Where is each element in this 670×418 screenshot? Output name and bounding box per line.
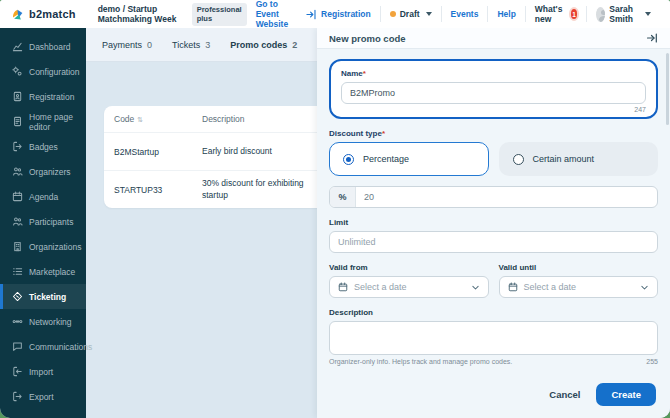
sidebar-item-configuration[interactable]: Configuration <box>0 59 86 84</box>
chat-icon <box>12 341 23 352</box>
gears-icon <box>12 66 23 77</box>
radio-unselected-icon <box>513 154 524 165</box>
dashboard-icon <box>12 41 23 52</box>
b2match-logo[interactable]: b2match <box>10 7 76 22</box>
sidebar-item-export[interactable]: Export <box>0 384 86 409</box>
status-dot <box>390 11 396 17</box>
calendar-icon <box>338 282 348 292</box>
valid-from-label: Valid from <box>329 263 489 272</box>
page-icon <box>12 116 23 127</box>
name-label: Name* <box>341 69 646 78</box>
tab-tickets[interactable]: Tickets3 <box>172 40 210 50</box>
panel-body: Name* 247 Discount type* Percentage Cert… <box>317 49 670 383</box>
b2match-logo-icon <box>10 7 25 22</box>
promo-code: STARTUP33 <box>114 185 202 195</box>
limit-input[interactable]: Unlimited <box>329 231 658 253</box>
limit-field-group: Limit Unlimited <box>329 218 658 253</box>
percentage-input[interactable] <box>356 192 657 202</box>
sidebar-item-registration[interactable]: Registration <box>0 84 86 109</box>
column-code[interactable]: Code⇅ <box>114 114 202 124</box>
top-header: b2match demo / Startup Matchmaking Week … <box>0 0 670 28</box>
avatar <box>596 7 605 22</box>
percentage-field: % <box>329 186 658 208</box>
help-link[interactable]: Help <box>487 6 524 22</box>
sidebar-item-home-page-editor[interactable]: Home page editor <box>0 109 86 134</box>
name-char-counter: 247 <box>341 106 646 113</box>
import-icon <box>12 366 23 377</box>
sidebar-item-ticketing[interactable]: Ticketing <box>0 284 86 309</box>
list-icon <box>12 266 23 277</box>
app-window: b2match demo / Startup Matchmaking Week … <box>0 0 670 418</box>
notification-badge: 1 <box>571 9 578 19</box>
validity-fields: Valid from Select a date Valid until Sel… <box>329 263 658 298</box>
promo-description: Early bird discount <box>202 146 322 157</box>
calendar-icon <box>508 282 518 292</box>
valid-from-group: Valid from Select a date <box>329 263 489 298</box>
sidebar-item-marketplace[interactable]: Marketplace <box>0 259 86 284</box>
panel-footer: Cancel Create <box>317 383 670 418</box>
sidebar-item-import[interactable]: Import <box>0 359 86 384</box>
description-field-group: Description Organizer-only info. Helps t… <box>329 308 658 365</box>
collapse-panel-icon[interactable] <box>646 32 658 44</box>
option-certain-amount[interactable]: Certain amount <box>499 142 659 176</box>
event-status-dropdown[interactable]: Draft <box>380 6 441 22</box>
valid-until-label: Valid until <box>499 263 659 272</box>
option-percentage[interactable]: Percentage <box>329 142 489 176</box>
tab-promo-codes[interactable]: Promo codes2 <box>230 40 297 50</box>
sidebar-item-participants[interactable]: Participants <box>0 209 86 234</box>
user-menu[interactable]: Sarah Smith <box>586 6 660 22</box>
people-icon <box>12 216 23 227</box>
calendar-icon <box>12 191 23 202</box>
cancel-button[interactable]: Cancel <box>549 389 580 400</box>
clipboard-person-icon <box>12 91 23 102</box>
promo-code: B2MStartup <box>114 147 202 157</box>
sidebar-item-dashboard[interactable]: Dashboard <box>0 34 86 59</box>
handshake-icon <box>12 316 23 327</box>
people-icon <box>12 166 23 177</box>
sidebar-item-communications[interactable]: Communications <box>0 334 86 359</box>
sidebar-item-agenda[interactable]: Agenda <box>0 184 86 209</box>
ticket-icon <box>12 291 23 302</box>
export-icon <box>12 391 23 402</box>
events-link[interactable]: Events <box>441 6 488 22</box>
new-promo-code-panel: New promo code Name* 247 Discount type* <box>317 28 670 418</box>
chevron-down-icon <box>640 283 649 292</box>
description-label: Description <box>329 308 658 317</box>
name-field-group: Name* 247 <box>329 59 658 119</box>
sidebar-item-organizations[interactable]: Organizations <box>0 234 86 259</box>
description-helper-text: Organizer-only info. Helps track and man… <box>329 358 512 365</box>
plan-badge: Professional plus <box>192 3 247 26</box>
column-description: Description <box>202 114 322 124</box>
sort-icon[interactable]: ⇅ <box>137 116 143 123</box>
go-to-event-website-link[interactable]: Go to Event Website <box>247 6 297 22</box>
valid-until-select[interactable]: Select a date <box>499 276 659 298</box>
registration-link[interactable]: Registration <box>297 6 380 22</box>
chevron-down-icon <box>471 283 480 292</box>
chevron-down-icon <box>645 12 651 16</box>
description-char-counter: 255 <box>646 358 658 365</box>
name-input[interactable] <box>341 82 646 104</box>
sidebar-item-networking[interactable]: Networking <box>0 309 86 334</box>
sidebar-item-badges[interactable]: Badges <box>0 134 86 159</box>
tab-payments[interactable]: Payments0 <box>102 40 152 50</box>
panel-scrollbar[interactable] <box>666 53 669 125</box>
breadcrumb[interactable]: demo / Startup Matchmaking Week <box>98 4 184 24</box>
panel-title: New promo code <box>329 33 406 44</box>
promo-description: 30% discount for exhibiting startup <box>202 178 322 201</box>
brand-name: b2match <box>29 8 76 20</box>
enter-arrow-icon <box>306 9 317 20</box>
sidebar-nav: Dashboard Configuration Registration Hom… <box>0 28 86 418</box>
badge-icon <box>12 141 23 152</box>
whats-new-button[interactable]: What's new 1 <box>525 6 587 22</box>
create-button[interactable]: Create <box>596 383 656 406</box>
limit-label: Limit <box>329 218 658 227</box>
valid-from-select[interactable]: Select a date <box>329 276 489 298</box>
discount-type-options: Percentage Certain amount <box>329 142 658 176</box>
building-icon <box>12 241 23 252</box>
sidebar-item-organizers[interactable]: Organizers <box>0 159 86 184</box>
percent-prefix: % <box>330 187 356 207</box>
radio-selected-icon <box>343 154 354 165</box>
panel-header: New promo code <box>317 28 670 49</box>
chevron-down-icon <box>426 12 432 16</box>
description-textarea[interactable] <box>329 321 658 355</box>
